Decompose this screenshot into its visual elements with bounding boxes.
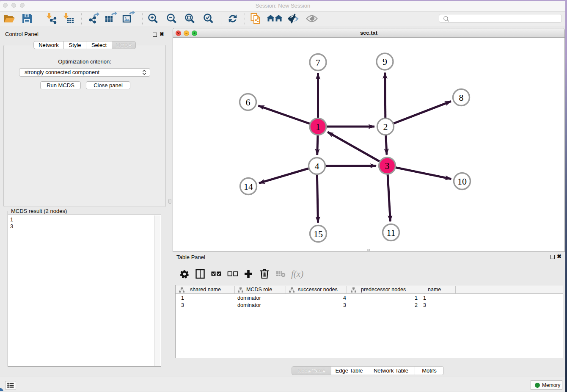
svg-text:3: 3 [385,160,390,171]
svg-text:4: 4 [315,161,319,171]
svg-text:9: 9 [383,56,387,67]
svg-text:10: 10 [457,176,467,187]
svg-text:8: 8 [459,92,464,103]
svg-text:15: 15 [314,229,323,239]
svg-text:11: 11 [386,227,395,238]
svg-text:1: 1 [316,121,320,132]
svg-text:14: 14 [244,181,253,192]
svg-text:2: 2 [383,121,388,132]
svg-text:f(x): f(x) [291,269,303,279]
svg-text:6: 6 [246,97,250,108]
svg-text:7: 7 [316,57,320,68]
